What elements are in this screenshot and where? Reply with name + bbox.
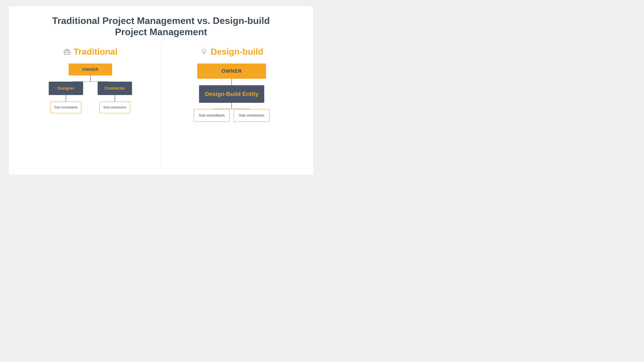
design-build-entity-node: Design-Build Entity xyxy=(199,85,264,103)
traditional-heading-group: Traditional xyxy=(63,47,118,57)
svg-line-10 xyxy=(206,49,206,49)
svg-line-12 xyxy=(206,52,206,53)
svg-line-15 xyxy=(202,52,202,53)
design-build-side: Design-build OWNER Design-Build Entity xyxy=(161,45,302,167)
traditional-owner-node: OWNER xyxy=(69,63,112,75)
slide: Traditional Project Management vs. Desig… xyxy=(9,6,313,175)
design-build-heading-group: Design-build xyxy=(200,47,263,57)
design-build-label: Design-build xyxy=(210,47,263,57)
briefcase-icon xyxy=(63,48,71,55)
diagrams-row: Traditional OWNER xyxy=(20,45,302,167)
trad-mid-row: Designer Sub-consultants Contractor xyxy=(49,82,132,113)
traditional-org-chart: OWNER D xyxy=(20,63,161,113)
svg-rect-17 xyxy=(204,53,205,54)
bulb-icon xyxy=(200,48,208,55)
design-build-org-chart: OWNER Design-Build Entity Sub-consultant… xyxy=(161,63,302,122)
main-title: Traditional Project Management vs. Desig… xyxy=(52,15,270,38)
traditional-side: Traditional OWNER xyxy=(20,45,161,167)
sub-consultants-node-db: Sub-consultants xyxy=(194,109,230,122)
sub-contractors-node-db: Sub-contractors xyxy=(234,109,270,122)
designer-connector xyxy=(66,95,66,101)
owner-to-entity-connector xyxy=(232,79,232,85)
svg-line-13 xyxy=(202,49,202,49)
db-bottom-svg xyxy=(199,103,264,109)
design-build-owner-node: OWNER xyxy=(197,63,266,79)
traditional-label: Traditional xyxy=(74,47,118,57)
svg-point-8 xyxy=(202,49,206,53)
contractor-branch: Contractor Sub-contractors xyxy=(98,82,132,113)
contractor-connector xyxy=(115,95,115,101)
trad-top-svg xyxy=(62,75,119,82)
sub-contractors-node-trad: Sub-contractors xyxy=(100,101,130,113)
designer-branch: Designer Sub-consultants xyxy=(49,82,83,113)
contractor-node: Contractor xyxy=(98,82,132,95)
db-bottom-row: Sub-consultants Sub-contractors xyxy=(194,109,270,122)
sub-consultants-node-trad: Sub-consultants xyxy=(50,101,81,113)
designer-node: Designer xyxy=(49,82,83,95)
